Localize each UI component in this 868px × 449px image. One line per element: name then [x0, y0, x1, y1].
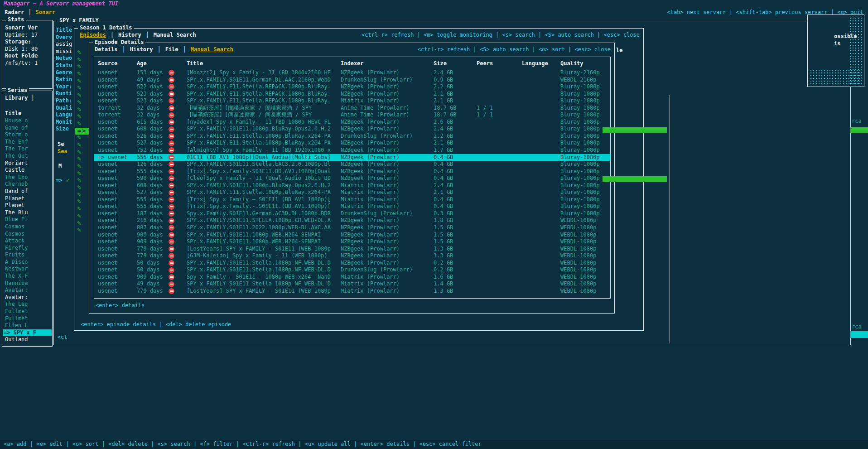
- series-item[interactable]: Fruits: [3, 251, 52, 259]
- series-item[interactable]: Attack: [3, 237, 52, 245]
- tab-separator: │: [122, 46, 125, 53]
- cell-age: 32 days: [132, 111, 165, 119]
- season-tab-manual-search[interactable]: Manual Search: [154, 32, 196, 39]
- series-fields: TitleOvervassigmissiNetwoStatuGenreRatin…: [56, 27, 75, 133]
- result-row[interactable]: usenet216 daysSPY.x.FAMILY.S01E11.STELLA…: [94, 217, 610, 224]
- series-item[interactable]: The Leg: [3, 301, 52, 308]
- series-item[interactable]: Game of: [3, 125, 52, 132]
- cell-peers: 1 / 1: [473, 105, 518, 112]
- cell-indexer: NZBgeek (Prowlarr): [337, 140, 430, 147]
- result-row[interactable]: usenet608 daysSPY.x.FAMILY.S01E11.1080p.…: [94, 182, 610, 189]
- result-row[interactable]: usenet555 days[Trix].Spy.x.Family.-.S01E…: [94, 203, 610, 210]
- series-item[interactable]: The Out: [3, 153, 52, 160]
- series-item[interactable]: Planet: [3, 202, 52, 209]
- series-item[interactable]: Planet: [3, 195, 52, 203]
- series-item[interactable]: House o: [3, 117, 52, 125]
- cell-age: 522 days: [132, 83, 165, 91]
- series-item[interactable]: Storm o: [3, 131, 52, 139]
- tab-separator: │: [157, 46, 160, 53]
- result-row[interactable]: usenet527 daysSPY.x.FAMILY.E11.Stella.10…: [94, 189, 610, 196]
- series-item[interactable]: The Blu: [3, 209, 52, 217]
- result-row[interactable]: usenet555 days[Trix] Spy x Family – S01E…: [94, 196, 610, 203]
- series-panel-title: Series: [6, 87, 29, 94]
- no-entry-icon: [169, 119, 174, 125]
- episode-tab-details[interactable]: Details: [95, 46, 118, 53]
- result-row[interactable]: usenet555 days[Trix].Spy.x.Family-S01E11…: [94, 168, 610, 175]
- result-row[interactable]: usenet49 daysSPY x FAMILY S01E11 Stella …: [94, 280, 610, 288]
- cell-indexer: NZBgeek (Prowlarr): [337, 260, 430, 267]
- result-row[interactable]: usenet50 daysSPY.x.FAMILY.S01E11.Stella.…: [94, 266, 610, 274]
- tab-radarr[interactable]: Radarr: [5, 9, 24, 16]
- cell-source: usenet: [94, 196, 132, 203]
- series-item[interactable]: Castle: [3, 167, 52, 174]
- cell-source: => usenet: [94, 154, 132, 161]
- result-row[interactable]: usenet779 days[LostYears] SPY x FAMILY -…: [94, 246, 610, 253]
- result-row[interactable]: usenet752 days[Almighty] Spy x Family - …: [94, 147, 610, 154]
- result-row[interactable]: usenet527 daysSPY.x.FAMILY.E11.Stella.10…: [94, 140, 610, 147]
- cell-title: Spy x Family - S01E11 - 1080p WEB x264 -…: [183, 274, 337, 281]
- episode-tab-manual-search[interactable]: Manual Search: [191, 46, 233, 53]
- episode-tab-history[interactable]: History: [130, 46, 153, 53]
- series-item[interactable]: The Ter: [3, 145, 52, 153]
- result-row[interactable]: usenet522 daysSPY.x.FAMILY.E11.Stella.RE…: [94, 83, 610, 91]
- cell-indexer: NZBgeek (Prowlarr): [337, 224, 430, 232]
- result-row[interactable]: usenet909 daysSpy x Family - S01E11 - 10…: [94, 274, 610, 281]
- result-row[interactable]: usenet909 daysSPY.x.FAMILY.S01E11.1080p.…: [94, 232, 610, 239]
- result-row[interactable]: usenet523 daysSPY.x.FAMILY.E11.Stella.RE…: [94, 97, 610, 105]
- series-item[interactable]: A Disco: [3, 259, 52, 266]
- cell-title: [Trix].Spy.x.Family.-.S01E11.(BD.AV1.108…: [183, 203, 337, 210]
- result-row[interactable]: usenet126 daysSPY.X.FAMILY.S01E11.Stella…: [94, 161, 610, 168]
- selected-season-row[interactable]: => ✓: [56, 177, 70, 184]
- result-row[interactable]: usenet779 days[LostYears] SPY x FAMILY -…: [94, 288, 610, 295]
- series-item[interactable]: Outland: [3, 336, 52, 343]
- season-tab-history[interactable]: History: [118, 32, 141, 39]
- result-row[interactable]: => usenet555 days01E11 (BD AV1 1080p)[Du…: [94, 154, 610, 161]
- series-item[interactable]: Avatar:: [3, 294, 52, 301]
- series-item[interactable]: Band of: [3, 188, 52, 195]
- series-item[interactable]: Cosmos: [3, 231, 52, 238]
- result-row[interactable]: usenet50 daysSPY.x.FAMILY.S01E11.Stella.…: [94, 260, 610, 267]
- tab-library[interactable]: Library │: [5, 95, 34, 102]
- series-item[interactable]: Firefly: [3, 245, 52, 252]
- series-item[interactable]: The Enf: [3, 139, 52, 146]
- series-item[interactable]: Moriart: [3, 160, 52, 167]
- result-row[interactable]: usenet590 days[Cleo]Spy x Family - 11 (D…: [94, 175, 610, 182]
- series-item[interactable]: The Exo: [3, 174, 52, 181]
- cell-size: 2.1 GB: [430, 189, 473, 196]
- result-row[interactable]: torrent32 days【喵萌奶茶屋】[間諜過家家 / 間諜家家酒 / SP…: [94, 105, 610, 112]
- series-item[interactable]: Cosmos: [3, 223, 52, 231]
- result-row[interactable]: usenet909 daysSPY.x.FAMILY.S01E11.1080p.…: [94, 238, 610, 246]
- cell-age: 527 days: [132, 189, 165, 196]
- series-item[interactable]: => SPY x F: [3, 329, 52, 337]
- series-item[interactable]: Hanniba: [3, 280, 52, 287]
- result-row[interactable]: usenet187 daysSpy.x.Family.S01E11.German…: [94, 210, 610, 217]
- result-row[interactable]: usenet49 daysSPY.x.FAMILY.S01E11.German.…: [94, 77, 610, 84]
- cell-rejected: [165, 281, 183, 287]
- panel-border-fragment: [670, 95, 670, 343]
- result-row[interactable]: usenet523 daysSPY.x.FAMILY.E11.Stella.RE…: [94, 91, 610, 98]
- result-row[interactable]: usenet608 daysSPY.x.FAMILY.S01E11.1080p.…: [94, 126, 610, 133]
- cell-title: SPY.x.FAMILY.E11.Stella.REPACK.1080p.Blu…: [183, 83, 337, 91]
- series-item[interactable]: Blue Pl: [3, 216, 52, 223]
- result-row[interactable]: usenet615 days[nyadex] Spy x Family - 11…: [94, 119, 610, 126]
- cell-quality: Bluray-1080p: [557, 210, 610, 217]
- result-row[interactable]: usenet526 daysSPY.x.FAMILY.E11.Stella.10…: [94, 133, 610, 140]
- series-item[interactable]: Fullmet: [3, 315, 52, 323]
- tab-sonarr[interactable]: Sonarr: [36, 9, 55, 16]
- result-row[interactable]: usenet779 days[GJM-Kaleido] Spy x Family…: [94, 252, 610, 260]
- cell-title: [Trix].Spy.x.Family-S01E11.BD.AV1.1080p[…: [183, 168, 337, 175]
- series-item[interactable]: Elfen L: [3, 322, 52, 329]
- cell-indexer: NZBgeek (Prowlarr): [337, 119, 430, 126]
- result-row[interactable]: torrent32 days【喵萌奶茶屋】[间谍过家家 / 间谍家家酒 / SP…: [94, 111, 610, 119]
- series-item[interactable]: Fullmet: [3, 308, 52, 315]
- series-item[interactable]: Westwor: [3, 266, 52, 273]
- season-footer-keybinds: <enter> episode details | <del> delete e…: [81, 321, 231, 328]
- series-item[interactable]: Avatar:: [3, 287, 52, 294]
- series-item[interactable]: Chernob: [3, 181, 52, 188]
- result-row[interactable]: usenet887 daysSPY.x.FAMILY.S01E11.2022.1…: [94, 224, 610, 232]
- cell-indexer: NZBgeek (Prowlarr): [337, 126, 430, 133]
- result-row[interactable]: usenet153 days[Moozzi2] Spy x Family - 1…: [94, 69, 610, 77]
- season-tab-episodes[interactable]: Episodes: [80, 32, 106, 39]
- series-item[interactable]: The X-F: [3, 273, 52, 280]
- episode-tab-file[interactable]: File: [165, 46, 178, 53]
